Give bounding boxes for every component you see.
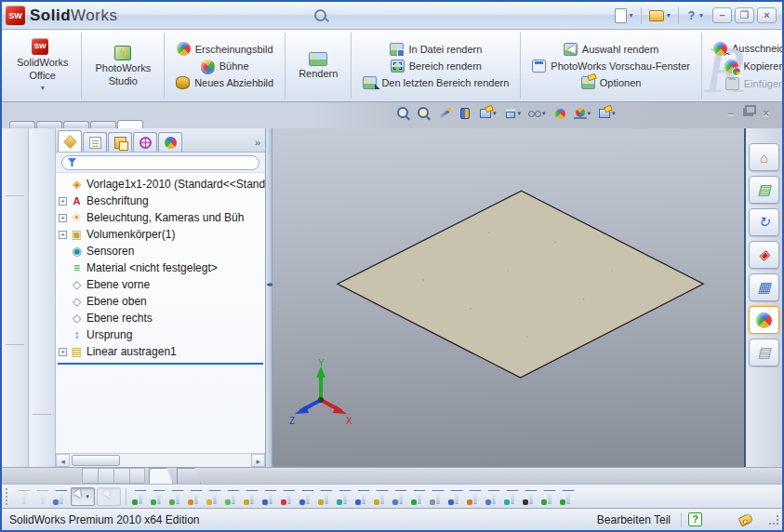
close-button[interactable]: × xyxy=(757,7,777,23)
minimize-button[interactable]: – xyxy=(712,7,732,23)
tab-modell[interactable] xyxy=(149,468,173,484)
doc-minimize-button[interactable]: – xyxy=(727,108,734,119)
first-tab-button[interactable] xyxy=(82,468,98,484)
tree-item-beschriftung[interactable]: + Beschriftung xyxy=(56,193,265,209)
displaymanager-tab[interactable] xyxy=(158,132,182,152)
kopieren-button[interactable]: Kopieren xyxy=(721,59,784,74)
dome-icon[interactable] xyxy=(32,275,52,295)
search-icon[interactable] xyxy=(314,9,326,21)
tag-icon[interactable] xyxy=(738,512,754,526)
lofted-boss-icon[interactable] xyxy=(32,193,52,213)
filled-surface-icon[interactable] xyxy=(32,234,52,254)
solidworks-search-tab[interactable]: ◈ xyxy=(749,241,779,269)
tab-skizze[interactable] xyxy=(36,121,62,128)
boundary-boss-icon[interactable] xyxy=(32,214,52,233)
next-tab-button[interactable] xyxy=(113,468,129,484)
configurationmanager-tab[interactable] xyxy=(108,132,132,152)
filter-sketches-icon[interactable] xyxy=(280,487,297,506)
tab-bewegungsstudie-1[interactable] xyxy=(177,468,201,484)
filter-midpoints-icon[interactable] xyxy=(317,487,334,506)
filter-datums-icon[interactable] xyxy=(447,487,464,506)
tree-item-beleuchtung[interactable]: + Beleuchtung, Kameras und Büh xyxy=(56,209,265,226)
menu-einfuegen[interactable] xyxy=(197,13,214,19)
tree-item-linear-austragen1[interactable]: + Linear austragen1 xyxy=(56,343,265,360)
flex-icon[interactable] xyxy=(5,260,25,280)
filter-welds-icon[interactable] xyxy=(466,487,483,506)
filter-faces-icon[interactable] xyxy=(168,487,185,506)
swept-boss-icon[interactable] xyxy=(32,173,52,193)
file-explorer-tab[interactable]: ↻ xyxy=(749,208,779,236)
scene-box-icon[interactable] xyxy=(5,368,25,388)
solidworks-office-button[interactable]: SW SolidWorks Office ▾ xyxy=(11,36,73,96)
new-document-caret-icon[interactable]: ▾ xyxy=(630,11,633,20)
toolbar-grip[interactable] xyxy=(6,488,9,505)
tree-item-ebene-rechts[interactable]: Ebene rechts xyxy=(56,310,265,326)
tree-filter-input[interactable] xyxy=(61,155,259,170)
ausschneiden-button[interactable]: Ausschneiden xyxy=(710,41,784,57)
lasso-select-button[interactable] xyxy=(97,487,121,506)
filter-annotations-icon[interactable] xyxy=(392,487,408,506)
filter-dimensions-icon[interactable] xyxy=(373,487,390,506)
filter-notes-icon[interactable] xyxy=(410,487,427,506)
filter-routing-points-icon[interactable] xyxy=(522,487,538,506)
fillet-icon[interactable] xyxy=(5,132,25,152)
filter-connection-points-icon[interactable] xyxy=(503,487,520,506)
tree-item-ebene-vorne[interactable]: Ebene vorne xyxy=(56,276,265,293)
filter-solid-bodies-icon[interactable] xyxy=(206,487,222,506)
tree-item-ebene-oben[interactable]: Ebene oben xyxy=(56,293,265,310)
design-library-tab[interactable]: ▤ xyxy=(749,176,779,204)
expand-toggle-icon[interactable]: + xyxy=(59,197,67,206)
view-orientation-icon[interactable]: ▾ xyxy=(477,105,498,122)
more-features-chevron-icon[interactable] xyxy=(32,398,52,411)
tab-features[interactable] xyxy=(9,121,35,128)
planar-surface-icon[interactable] xyxy=(32,255,52,274)
tab-evaluieren[interactable] xyxy=(63,121,89,128)
custom-properties-tab[interactable]: ▤ xyxy=(749,339,779,366)
zoom-to-fit-icon[interactable]: ▾ xyxy=(395,105,412,122)
filter-center-marks-icon[interactable] xyxy=(336,487,352,506)
filter-centerlines-icon[interactable] xyxy=(354,487,371,506)
menu-datei[interactable] xyxy=(141,13,158,19)
zoom-to-area-icon[interactable]: ▾ xyxy=(416,105,432,122)
expand-toggle-icon[interactable]: + xyxy=(59,214,67,222)
tree-item-material[interactable]: Material <nicht festgelegt> xyxy=(56,259,265,276)
menu-toolbox[interactable] xyxy=(253,13,270,19)
letzten-bereich-rendern-button[interactable]: Den letzten Bereich rendern xyxy=(359,75,512,90)
filter-edges-icon[interactable] xyxy=(150,487,166,506)
vorschau-fenster-button[interactable]: PhotoWorks Vorschau-Fenster xyxy=(528,59,694,73)
propertymanager-tab[interactable] xyxy=(83,132,107,152)
more-surfaces-chevron-icon[interactable] xyxy=(32,438,52,451)
cube-feature-icon[interactable] xyxy=(32,378,52,397)
toggle-selection-filters-icon[interactable] xyxy=(33,487,50,506)
doc-restore-button[interactable] xyxy=(743,108,753,116)
bereich-rendern-button[interactable]: Bereich rendern xyxy=(387,59,485,73)
filter-vertices-icon[interactable] xyxy=(131,487,148,506)
help-caret-icon[interactable]: ▾ xyxy=(699,11,703,20)
wrap-icon[interactable] xyxy=(32,357,52,377)
filter-blocks-icon[interactable] xyxy=(485,487,501,506)
trim-surface-icon[interactable] xyxy=(5,219,25,239)
more-tools-chevron-icon[interactable] xyxy=(5,409,25,422)
neues-abziehbild-button[interactable]: Neues Abziehbild xyxy=(172,75,277,90)
solidworks-resources-tab[interactable]: ⌂ xyxy=(749,143,779,171)
texture-box-icon[interactable] xyxy=(5,389,25,408)
clear-all-filters-icon[interactable] xyxy=(15,487,32,506)
display-style-icon[interactable]: ▾ xyxy=(502,105,524,122)
filter-frames-icon[interactable] xyxy=(224,487,241,506)
scroll-left-icon[interactable]: ◂ xyxy=(56,454,70,467)
menu-extras[interactable] xyxy=(216,13,233,19)
resize-grip[interactable] xyxy=(769,515,778,525)
photoworks-studio-button[interactable]: ϟ PhotoWorks Studio xyxy=(89,44,156,88)
view-settings-icon[interactable]: ▾ xyxy=(596,105,618,122)
new-document-icon[interactable] xyxy=(615,8,627,23)
featuremanager-tree-tab[interactable] xyxy=(58,130,82,152)
appearance-box-icon[interactable] xyxy=(5,348,25,367)
section-view-icon[interactable]: ▾ xyxy=(457,105,473,122)
doc-close-button[interactable]: × xyxy=(763,108,769,119)
previous-view-icon[interactable]: ▾ xyxy=(436,105,453,122)
dimxpertmanager-tab[interactable] xyxy=(133,132,157,152)
optionen-button[interactable]: Optionen xyxy=(578,75,645,90)
help-icon[interactable]: ? xyxy=(686,9,697,22)
hide-show-items-icon[interactable]: ▾ xyxy=(526,105,548,122)
edit-appearance-icon[interactable]: ▾ xyxy=(551,105,568,122)
